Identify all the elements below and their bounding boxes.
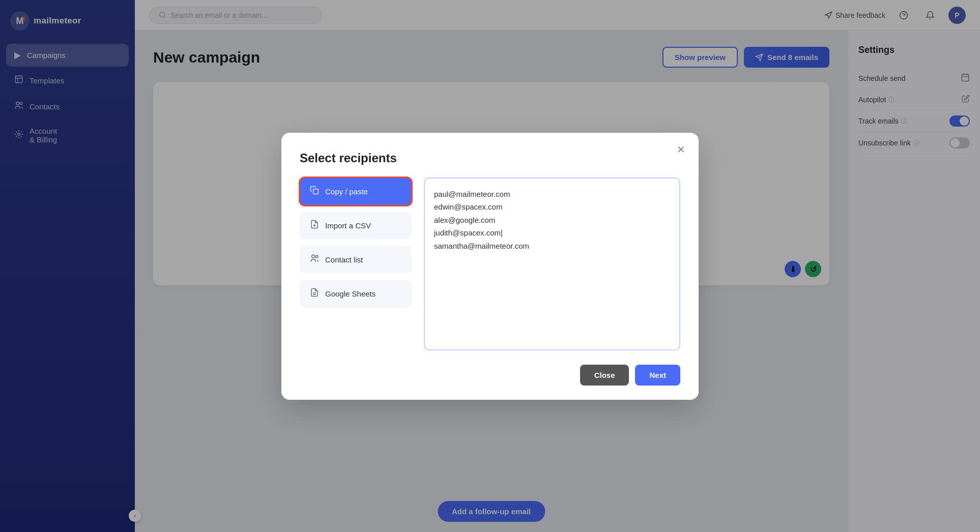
contact-list-icon <box>310 254 319 265</box>
modal-options: Copy / paste Import a CSV Contact list <box>300 178 412 352</box>
svg-point-22 <box>315 255 318 258</box>
email-list-textarea[interactable]: paul@mailmeteor.com edwin@spacex.com ale… <box>424 178 680 350</box>
import-csv-icon <box>310 220 319 231</box>
svg-rect-18 <box>313 189 319 194</box>
next-button[interactable]: Next <box>635 365 680 386</box>
close-button[interactable]: Close <box>580 365 629 386</box>
select-recipients-modal: Select recipients ✕ Copy / paste Import … <box>281 133 699 400</box>
option-google-sheets[interactable]: Google Sheets <box>300 280 412 308</box>
copy-paste-icon <box>310 186 319 197</box>
svg-point-21 <box>312 255 315 258</box>
google-sheets-icon <box>310 288 319 300</box>
option-import-csv[interactable]: Import a CSV <box>300 212 412 240</box>
contact-list-label: Contact list <box>325 255 363 264</box>
option-contact-list[interactable]: Contact list <box>300 246 412 274</box>
google-sheets-label: Google Sheets <box>325 289 376 298</box>
modal-textarea-area: paul@mailmeteor.com edwin@spacex.com ale… <box>424 178 680 352</box>
modal-footer: Close Next <box>300 365 680 386</box>
modal-body: Copy / paste Import a CSV Contact list <box>300 178 680 352</box>
import-csv-label: Import a CSV <box>325 221 371 230</box>
modal-overlay[interactable]: Select recipients ✕ Copy / paste Import … <box>0 0 980 532</box>
modal-close-button[interactable]: ✕ <box>673 142 688 157</box>
option-copy-paste[interactable]: Copy / paste <box>300 178 412 205</box>
modal-title: Select recipients <box>300 151 680 165</box>
copy-paste-label: Copy / paste <box>325 187 368 196</box>
